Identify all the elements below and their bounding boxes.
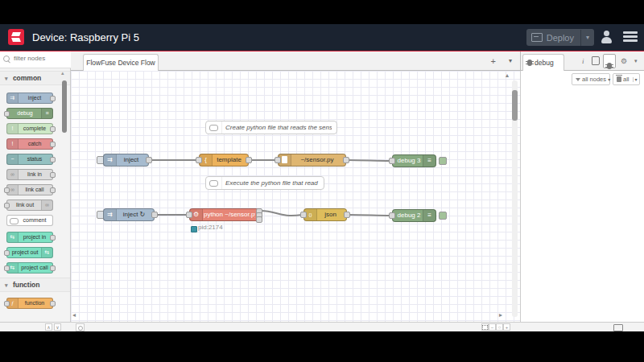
node-status-text: pid:2174: [198, 224, 223, 231]
palette-scroll-up-icon[interactable]: ▴: [61, 70, 64, 76]
node-template[interactable]: { template: [199, 154, 249, 167]
node-json[interactable]: {} json: [303, 208, 347, 221]
palette-node-project-out[interactable]: ⇆ project out: [6, 247, 53, 258]
scroll-left-icon[interactable]: ◂: [72, 312, 76, 319]
palette-category-common[interactable]: ▾ common: [0, 71, 70, 85]
catch-icon: !: [7, 139, 19, 149]
output-port[interactable]: [344, 212, 350, 218]
deploy-button[interactable]: Deploy ▾: [526, 29, 594, 46]
node-palette: ▾ common ⇉ inject ≡ debug ! complete ! c…: [0, 51, 71, 322]
inject-icon: ⇉: [104, 154, 117, 166]
help-book-icon[interactable]: [592, 56, 600, 68]
info-tab-icon[interactable]: i: [582, 56, 584, 66]
palette-node-project-call[interactable]: ⇆ project call: [6, 262, 53, 274]
search-icon: [3, 56, 10, 62]
expand-categories-button[interactable]: ∨: [54, 323, 61, 331]
inject-icon: ⇉: [104, 209, 117, 220]
link-icon: ∞: [41, 200, 52, 210]
device-monitor-icon[interactable]: [613, 324, 623, 331]
zoom-reset-button[interactable]: ○: [496, 323, 503, 331]
canvas-scrollbar[interactable]: [512, 90, 518, 121]
input-port[interactable]: [300, 212, 307, 218]
input-port[interactable]: [196, 157, 202, 163]
output-port[interactable]: [146, 157, 152, 163]
bug-icon: [607, 63, 612, 69]
tab-list-caret[interactable]: ▾: [509, 56, 512, 67]
palette-node-comment[interactable]: comment: [6, 215, 53, 226]
input-port[interactable]: [275, 157, 281, 163]
scroll-right-icon[interactable]: ▸: [499, 312, 502, 319]
palette-node-link-call[interactable]: ∞ link call: [6, 184, 53, 195]
palette-node-complete[interactable]: ! complete: [6, 123, 53, 134]
comment-execute-python-file[interactable]: Execute the python file that read the da…: [205, 176, 324, 190]
flowfuse-logo-icon: [8, 29, 24, 45]
speech-bubble-icon: [10, 216, 19, 225]
palette-search-input[interactable]: [12, 54, 68, 63]
navigator-button[interactable]: [481, 323, 489, 331]
node-sensor-file[interactable]: ~/sensor.py: [278, 154, 346, 167]
device-title: Device: Raspberry Pi 5: [32, 31, 139, 43]
status-icon: ~: [7, 154, 19, 164]
node-debug-3[interactable]: ≡ debug 3: [392, 154, 436, 167]
output-port[interactable]: [343, 157, 349, 163]
collapse-categories-button[interactable]: ∧: [45, 323, 52, 331]
chevron-down-icon: ▾: [5, 282, 8, 288]
zoom-out-button[interactable]: −: [489, 323, 496, 331]
palette-node-function[interactable]: f function: [6, 298, 53, 309]
sidebar-tab-debug[interactable]: debug: [522, 54, 564, 71]
palette-node-status[interactable]: ~ status: [6, 154, 53, 165]
footer-bar: ∧ ∨ − ○ +: [0, 322, 644, 331]
debug-icon: ≡: [423, 210, 436, 221]
debug-messages-panel[interactable]: [520, 88, 644, 322]
input-port[interactable]: [389, 212, 395, 219]
zoom-in-button[interactable]: +: [503, 323, 510, 331]
deploy-icon: [531, 33, 543, 42]
canvas-search-button[interactable]: [76, 323, 85, 331]
sidebar-tabbar: debug i ⚙ ▾: [520, 51, 644, 71]
input-port[interactable]: [389, 158, 395, 164]
project-icon: ⇆: [7, 232, 19, 242]
bug-icon: [527, 60, 532, 66]
output-port[interactable]: [246, 157, 252, 163]
trash-icon: [617, 76, 621, 82]
debug-filter-row: all nodes ▾ all ▾: [520, 71, 644, 88]
debug-toggle-button[interactable]: [439, 212, 447, 220]
search-icon: [78, 326, 83, 331]
node-exec-python[interactable]: ⚙ python ~/sensor.py: [189, 208, 259, 221]
add-flow-button[interactable]: +: [491, 56, 496, 67]
speech-bubble-icon: [206, 121, 222, 134]
comment-create-python-file[interactable]: Create python file that reads the sensor…: [205, 121, 337, 134]
node-debug-2[interactable]: ≡ debug 2: [392, 209, 436, 222]
debug-toggle-button[interactable]: [439, 157, 447, 165]
palette-node-link-out[interactable]: ∞ link out: [6, 200, 53, 211]
output-port[interactable]: [151, 212, 158, 218]
hamburger-menu-icon[interactable]: [623, 31, 638, 43]
gear-icon[interactable]: ⚙: [621, 56, 627, 66]
palette-node-link-in[interactable]: ∞ link in: [6, 169, 53, 180]
palette-node-project-in[interactable]: ⇆ project in: [6, 232, 53, 243]
scroll-up-icon[interactable]: ▴: [506, 72, 509, 79]
complete-icon: !: [7, 124, 19, 134]
sidebar-tabs-caret[interactable]: ▾: [634, 56, 638, 66]
filter-nodes-button[interactable]: all nodes ▾: [572, 73, 610, 85]
palette-node-inject[interactable]: ⇉ inject: [6, 93, 53, 104]
palette-category-function[interactable]: ▾ function: [0, 278, 70, 292]
deploy-label: Deploy: [547, 33, 574, 43]
node-inject-1[interactable]: ⇉ inject: [103, 154, 149, 167]
link-icon: ∞: [7, 170, 19, 179]
flow-canvas[interactable]: Create python file that reads the sensor…: [71, 71, 520, 322]
user-icon[interactable]: [601, 31, 613, 43]
palette-node-catch[interactable]: ! catch: [6, 138, 53, 150]
tab-flowfuse-device-flow[interactable]: FlowFuse Device Flow: [83, 54, 159, 71]
node-inject-repeat[interactable]: ⇉ inject ↻: [103, 208, 155, 221]
minimap-icon: [482, 325, 488, 330]
palette-scrollbar[interactable]: [62, 80, 67, 133]
palette-search[interactable]: [0, 51, 71, 68]
funnel-icon: [576, 78, 580, 81]
clear-messages-button[interactable]: all ▾: [613, 73, 640, 85]
deploy-options-caret[interactable]: ▾: [580, 30, 594, 46]
palette-node-debug[interactable]: ≡ debug: [6, 108, 53, 119]
input-port[interactable]: [186, 212, 192, 218]
output-port-rc[interactable]: [256, 216, 262, 223]
debug-tab-icon-selected[interactable]: [603, 54, 616, 68]
